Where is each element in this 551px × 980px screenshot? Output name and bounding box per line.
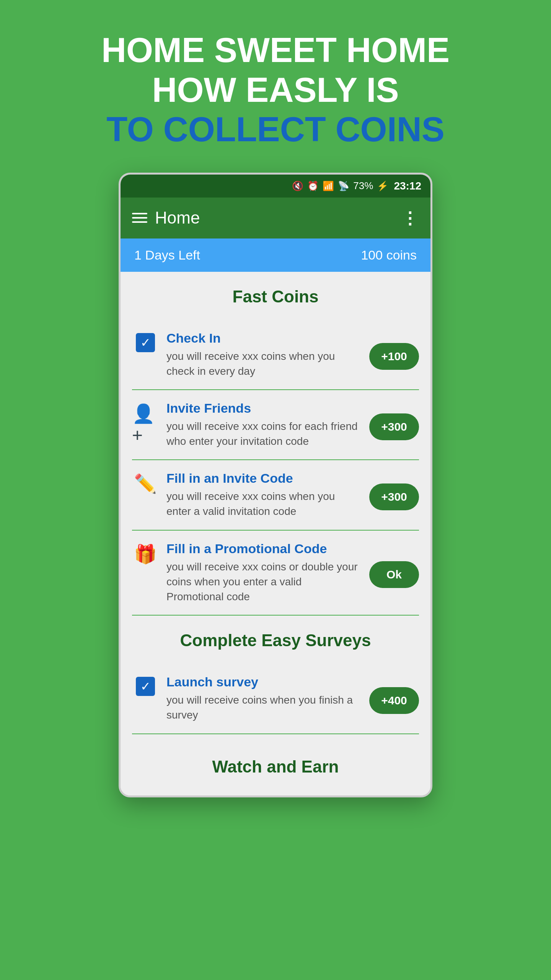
invite-desc: you will receive xxx coins for each frie… xyxy=(166,419,362,449)
status-bar: 🔇 ⏰ 📶 📡 73% ⚡ 23:12 xyxy=(121,175,430,198)
checkin-button[interactable]: +100 xyxy=(369,343,419,370)
menu-button[interactable] xyxy=(132,213,147,223)
promo-button[interactable]: Ok xyxy=(369,561,419,588)
app-bar: Home ⋮ xyxy=(121,198,430,238)
promo-code-icon: 🎁 xyxy=(132,541,159,565)
phone-frame: 🔇 ⏰ 📶 📡 73% ⚡ 23:12 Home ⋮ 1 Days Left 1… xyxy=(119,173,432,797)
wifi-icon: 📶 xyxy=(323,181,334,191)
surveys-title: Complete Easy Surveys xyxy=(132,631,419,650)
checkin-desc: you will receive xxx coins when you chec… xyxy=(166,349,362,379)
list-item: 👤+ Invite Friends you will receive xxx c… xyxy=(132,390,419,460)
invite-text: Invite Friends you will receive xxx coin… xyxy=(166,401,362,449)
survey-desc: you will receive coins when you finish a… xyxy=(166,693,362,722)
status-time: 23:12 xyxy=(394,180,421,192)
invite-friends-icon: 👤+ xyxy=(132,401,159,446)
section-gap xyxy=(132,616,419,631)
main-content-wrapper: Fast Coins ✓ Check In you will receive x… xyxy=(121,272,430,795)
list-item: ✓ Launch survey you will receive coins w… xyxy=(132,664,419,734)
survey-text: Launch survey you will receive coins whe… xyxy=(166,675,362,722)
invite-code-desc: you will receive xxx coins when you ente… xyxy=(166,489,362,519)
signal-icon: 📡 xyxy=(338,181,349,191)
main-content: Fast Coins ✓ Check In you will receive x… xyxy=(121,272,430,795)
alarm-icon: ⏰ xyxy=(307,181,319,191)
list-item: ✓ Check In you will receive xxx coins wh… xyxy=(132,320,419,390)
promo-desc: you will receive xxx coins or double you… xyxy=(166,559,362,604)
app-title: Home xyxy=(155,208,401,227)
watch-earn-title: Watch and Earn xyxy=(132,750,419,780)
section-gap2 xyxy=(132,734,419,750)
vibrate-icon: 🔇 xyxy=(292,181,303,191)
coins-count: 100 coins xyxy=(361,248,417,263)
blue-banner: 1 Days Left 100 coins xyxy=(121,238,430,272)
invite-code-title: Fill in an Invite Code xyxy=(166,471,362,486)
survey-icon: ✓ xyxy=(132,675,159,696)
survey-button[interactable]: +400 xyxy=(369,687,419,714)
hero-line1: HOME SWEET HOME xyxy=(23,31,528,70)
status-icons: 🔇 ⏰ 📶 📡 73% ⚡ xyxy=(292,180,388,192)
checkin-title: Check In xyxy=(166,331,362,346)
battery-level: 73% xyxy=(353,180,373,192)
invite-code-button[interactable]: +300 xyxy=(369,483,419,510)
invite-button[interactable]: +300 xyxy=(369,413,419,440)
list-item: ✏️ Fill in an Invite Code you will recei… xyxy=(132,460,419,530)
checkin-icon: ✓ xyxy=(132,331,159,352)
list-item: 🎁 Fill in a Promotional Code you will re… xyxy=(132,531,419,616)
invite-title: Invite Friends xyxy=(166,401,362,416)
fast-coins-title: Fast Coins xyxy=(132,287,419,306)
hero-line3: TO COLLECT COINS xyxy=(23,110,528,150)
hero-section: HOME SWEET HOME HOW EASLY IS TO COLLECT … xyxy=(0,0,551,173)
survey-title: Launch survey xyxy=(166,675,362,689)
checkbox-checked-icon: ✓ xyxy=(136,333,155,352)
days-left: 1 Days Left xyxy=(134,248,200,263)
more-button[interactable]: ⋮ xyxy=(401,208,419,228)
promo-title: Fill in a Promotional Code xyxy=(166,541,362,556)
promo-text: Fill in a Promotional Code you will rece… xyxy=(166,541,362,604)
hero-line2: HOW EASLY IS xyxy=(23,70,528,110)
charging-icon: ⚡ xyxy=(377,181,388,191)
invite-code-icon: ✏️ xyxy=(132,471,159,495)
survey-checkbox-icon: ✓ xyxy=(136,677,155,696)
checkin-text: Check In you will receive xxx coins when… xyxy=(166,331,362,379)
invite-code-text: Fill in an Invite Code you will receive … xyxy=(166,471,362,519)
